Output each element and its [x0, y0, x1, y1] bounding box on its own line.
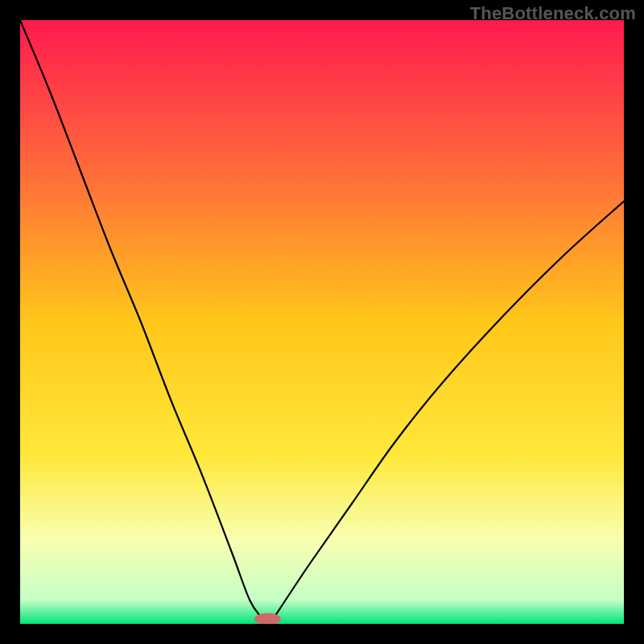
- plot-area: [20, 20, 624, 624]
- plot-background: [20, 20, 624, 624]
- chart-frame: TheBottleneck.com: [0, 0, 644, 644]
- plot-svg: [20, 20, 624, 624]
- watermark-text: TheBottleneck.com: [470, 3, 636, 24]
